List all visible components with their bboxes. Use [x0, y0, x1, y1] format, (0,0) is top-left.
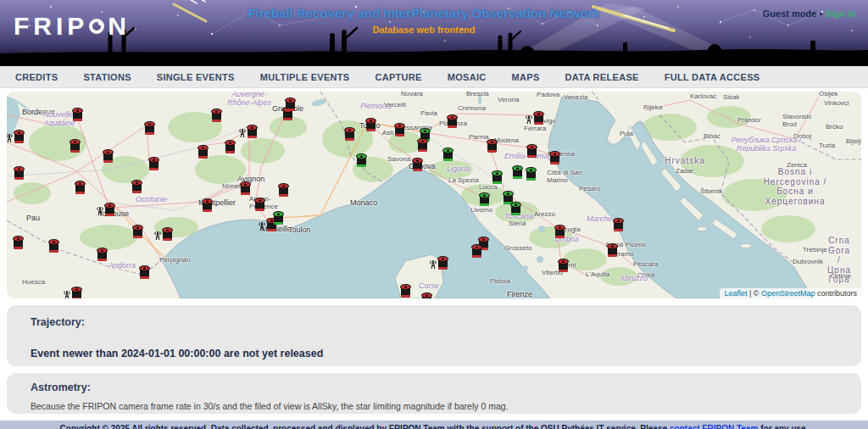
station-marker-green[interactable]: [479, 192, 490, 206]
osm-link[interactable]: OpenStreetMap: [761, 289, 815, 298]
station-marker-red[interactable]: [365, 118, 376, 131]
map-attribution: Leaflet | © OpenStreetMap contributors: [720, 288, 861, 298]
station-marker-red[interactable]: [148, 157, 159, 170]
radio-tower-icon: [153, 230, 162, 241]
station-marker-green[interactable]: [512, 165, 523, 179]
station-marker-red[interactable]: [344, 127, 355, 141]
main-nav: CREDITSSTATIONSSINGLE EVENTSMULTIPLE EVE…: [0, 66, 868, 88]
radio-tower-icon: [96, 205, 104, 216]
trajectory-section: Trajectory: Event newer than 2024-01-01 …: [7, 305, 861, 366]
station-marker-red[interactable]: [412, 158, 423, 171]
logo-text-frip: FRIP: [14, 12, 88, 41]
station-marker-red[interactable]: [447, 114, 458, 128]
station-marker-red[interactable]: [202, 198, 213, 212]
nav-item-multiple-events[interactable]: MULTIPLE EVENTS: [260, 72, 350, 82]
radio-tower-icon: [429, 259, 437, 270]
page-footer: Copyright © 2025 All rights reserved. Da…: [0, 421, 868, 429]
site-title-block: Fireball Recovery and InterPlanetary Obs…: [170, 6, 678, 35]
nav-item-mosaic[interactable]: MOSAIC: [448, 72, 487, 82]
station-marker-red[interactable]: [417, 138, 428, 152]
station-marker-red[interactable]: [285, 98, 296, 111]
station-marker-red[interactable]: [613, 218, 624, 231]
guest-mode-label: Guest mode: [763, 8, 817, 19]
astrometry-section: Astrometry: Because the FRIPON camera fr…: [7, 373, 861, 414]
station-marker-green[interactable]: [526, 167, 537, 181]
leaflet-link[interactable]: Leaflet: [724, 289, 747, 298]
radio-tower-icon: [525, 114, 533, 125]
site-title: Fireball Recovery and InterPlanetary Obs…: [170, 6, 678, 20]
nav-item-data-release[interactable]: DATA RELEASE: [565, 72, 639, 82]
trajectory-notice: Event newer than 2024-01-01 00:00:00 are…: [31, 348, 837, 359]
station-marker-green[interactable]: [510, 202, 521, 215]
station-marker-red[interactable]: [97, 248, 108, 261]
header-banner: FRIPN Fireball Recovery and InterPlaneta…: [0, 0, 868, 66]
fripon-logo: FRIPN: [14, 12, 131, 41]
nav-item-credits[interactable]: CREDITS: [15, 72, 58, 82]
station-marker-red[interactable]: [48, 239, 59, 253]
ground-silhouette: [0, 49, 868, 66]
logo-text-n: N: [108, 12, 131, 41]
radio-tower-icon: [258, 220, 266, 231]
station-marker-red[interactable]: [198, 145, 209, 159]
station-marker-green[interactable]: [273, 211, 284, 225]
station-marker-red[interactable]: [104, 203, 115, 216]
station-marker-red[interactable]: [14, 166, 25, 180]
station-marker-red[interactable]: [139, 265, 150, 279]
nav-item-maps[interactable]: MAPS: [512, 72, 540, 82]
radio-tower-icon: [238, 127, 247, 138]
trajectory-title: Trajectory:: [31, 316, 837, 328]
radio-tower-icon: [63, 289, 71, 298]
station-marker-red[interactable]: [533, 111, 544, 125]
station-marker-red[interactable]: [400, 284, 411, 298]
station-marker-red[interactable]: [103, 149, 114, 163]
attribution-separator: | ©: [747, 289, 760, 298]
astrometry-title: Astrometry:: [31, 382, 837, 393]
station-marker-red[interactable]: [554, 225, 565, 238]
nav-item-capture[interactable]: CAPTURE: [375, 72, 421, 82]
nav-item-full-data-access[interactable]: FULL DATA ACCESS: [665, 72, 760, 82]
astrometry-note: Because the FRIPON camera frame rate in …: [31, 401, 837, 411]
station-marker-red[interactable]: [13, 236, 24, 249]
station-marker-red[interactable]: [225, 140, 236, 153]
station-marker-red[interactable]: [254, 198, 265, 211]
attribution-suffix: contributors: [815, 289, 857, 298]
account-bar: Guest mode • Sign in: [763, 8, 856, 19]
station-marker-red[interactable]: [72, 108, 83, 121]
station-marker-red[interactable]: [132, 225, 143, 238]
station-marker-red[interactable]: [75, 181, 86, 194]
station-marker-red[interactable]: [131, 180, 142, 193]
station-marker-red[interactable]: [278, 183, 289, 197]
station-marker-red[interactable]: [394, 123, 405, 136]
station-marker-red[interactable]: [487, 139, 498, 153]
station-marker-red[interactable]: [471, 244, 482, 258]
sign-in-link[interactable]: Sign in: [825, 8, 856, 19]
station-marker-red[interactable]: [549, 151, 560, 164]
contact-fripon-link[interactable]: contact FRIPON Team: [670, 424, 758, 429]
station-marker-red[interactable]: [211, 109, 222, 122]
station-marker-red[interactable]: [162, 227, 173, 241]
station-marker-red[interactable]: [70, 139, 81, 153]
station-marker-red[interactable]: [14, 130, 25, 143]
station-marker-red[interactable]: [240, 181, 251, 195]
footer-text: Copyright © 2025 All rights reserved. Da…: [60, 424, 667, 429]
nav-item-single-events[interactable]: SINGLE EVENTS: [157, 72, 235, 82]
station-marker-red[interactable]: [607, 243, 618, 257]
station-marker-green[interactable]: [492, 170, 503, 184]
site-subtitle: Database web frontend: [170, 25, 678, 35]
station-marker-red[interactable]: [526, 144, 537, 158]
station-marker-red[interactable]: [558, 259, 569, 272]
radio-tower-icon: [7, 132, 14, 143]
station-marker-red[interactable]: [144, 121, 155, 135]
logo-o-ring-icon: [89, 19, 104, 34]
station-marker-red[interactable]: [421, 292, 432, 298]
station-marker-green[interactable]: [356, 153, 367, 167]
separator-dot: •: [819, 8, 822, 19]
station-marker-red[interactable]: [437, 256, 448, 270]
footer-text-suffix: for any use.: [760, 424, 808, 429]
station-marker-green[interactable]: [442, 148, 453, 161]
stations-map[interactable]: BordeauxNouvelle- AquitaineAuvergne- Rhô…: [7, 92, 861, 298]
station-marker-red[interactable]: [247, 125, 258, 138]
station-marker-red[interactable]: [71, 287, 82, 298]
nav-item-stations[interactable]: STATIONS: [83, 72, 131, 82]
